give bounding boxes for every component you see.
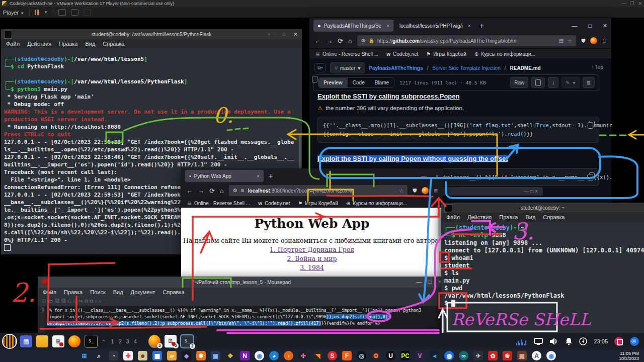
- raw-button[interactable]: Raw: [510, 77, 528, 88]
- vmware-minimize-button[interactable]: —: [621, 1, 626, 6]
- bookmark-courses[interactable]: ⊕Курсы по информаци...: [346, 201, 407, 206]
- f-orange-app-icon[interactable]: F: [342, 351, 352, 360]
- menu-view[interactable]: Вид: [85, 41, 95, 47]
- bookmark-games[interactable]: ⚑Игры Кодебай: [298, 201, 338, 206]
- tab-preview[interactable]: Preview: [318, 78, 348, 87]
- carrot-app-icon[interactable]: ◥: [313, 351, 323, 360]
- window-maximize-button[interactable]: □: [282, 31, 285, 37]
- branch-selector[interactable]: ⑂ master ▾: [330, 62, 365, 73]
- copy-code-icon[interactable]: [589, 172, 595, 179]
- copy-code-icon[interactable]: [589, 121, 595, 127]
- open-firefox-windows[interactable]: 2: [148, 335, 160, 348]
- window-maximize-button[interactable]: □: [588, 23, 592, 29]
- vmware-close-button[interactable]: ✕: [638, 1, 642, 6]
- blue-pin-app-icon[interactable]: ◍: [444, 351, 454, 360]
- workspace-switcher[interactable]: 1 2 3 4: [111, 338, 138, 344]
- terminal-titlebar[interactable]: student@codeby: /var/www/html/lesson5/Py…: [1, 29, 302, 39]
- edge-icon[interactable]: ◕: [269, 351, 279, 360]
- orange-gear-app-icon[interactable]: ✱: [196, 351, 206, 360]
- firefox-launcher[interactable]: [68, 335, 80, 347]
- book-link-3[interactable]: 3. 1984: [181, 264, 443, 272]
- vscode-icon[interactable]: ◄: [430, 351, 439, 360]
- red-gear2-app-icon[interactable]: ❀: [503, 351, 512, 360]
- start-button[interactable]: ⊞: [79, 351, 89, 360]
- bookmark-star-icon[interactable]: ☆: [399, 188, 404, 194]
- shield-icon[interactable]: 🛇: [233, 188, 237, 193]
- player-menu[interactable]: Player ▼: [3, 10, 24, 16]
- tray-app-icon[interactable]: [630, 337, 639, 346]
- display-icon[interactable]: [534, 338, 543, 345]
- obsidian-app-icon[interactable]: ◆: [182, 351, 191, 360]
- teal-app-icon[interactable]: ∞: [459, 351, 468, 360]
- volume-icon[interactable]: [549, 337, 558, 345]
- portrait-app-icon[interactable]: ☻: [138, 351, 147, 360]
- menu-file[interactable]: Файл: [446, 214, 460, 220]
- menu-help[interactable]: Справка: [103, 41, 124, 47]
- reload-button[interactable]: ⟳: [209, 187, 215, 195]
- terminal-output[interactable]: ┌──(student⊛codeby)-[~]└─$ nc -nvlp 9898…: [441, 222, 644, 333]
- chrome-icon[interactable]: ◉: [255, 351, 264, 360]
- terminal-titlebar[interactable]: student@codeby: ~: [441, 203, 644, 213]
- window-minimize-button[interactable]: —: [572, 23, 577, 29]
- window-close-button[interactable]: ×: [436, 173, 439, 179]
- breadcrumb-dir[interactable]: Server Side Template Injection: [432, 65, 500, 71]
- folder-launcher[interactable]: [36, 335, 48, 347]
- book-link-2[interactable]: 2. Война и мир: [181, 255, 443, 262]
- book-link-1[interactable]: 1. Портрет Дориана Грея: [181, 246, 443, 253]
- reader-mode-icon[interactable]: ▤: [559, 38, 564, 44]
- tab-code[interactable]: Code: [348, 78, 370, 87]
- blender-icon[interactable]: ❂: [371, 351, 381, 360]
- back-to-top-link[interactable]: ↑ Top: [591, 64, 603, 70]
- jet-app-icon[interactable]: ✈: [473, 351, 483, 360]
- chevron-up-icon[interactable]: ^: [103, 339, 105, 344]
- suspend-caret-icon[interactable]: ▼: [44, 10, 48, 15]
- vm-clock[interactable]: 23:05: [594, 338, 608, 344]
- readme-heading-popen-offset[interactable]: Exploit the SSTI by calling Popen withou…: [317, 155, 508, 162]
- menu-view[interactable]: Вид: [113, 289, 123, 295]
- terminal-launcher[interactable]: $_: [85, 335, 98, 348]
- menu-view[interactable]: Вид: [525, 214, 535, 220]
- davinci-resolve-icon[interactable]: ✣: [298, 351, 308, 360]
- toolbox-app-icon[interactable]: ▤: [517, 351, 527, 360]
- mousepad-launcher[interactable]: 🗎: [52, 335, 64, 347]
- gauge-app-icon[interactable]: ◔: [109, 351, 118, 360]
- power-manager-icon[interactable]: [579, 337, 587, 345]
- open-mousepad-windows[interactable]: 🗎 2: [165, 335, 177, 348]
- menu-file[interactable]: Файл: [43, 289, 56, 295]
- visual-studio-icon[interactable]: V: [415, 351, 425, 360]
- vmware-maximize-button[interactable]: ❐: [630, 1, 634, 6]
- camera-lens-app-icon[interactable]: ◎: [357, 351, 366, 360]
- yellow-arrows-app-icon[interactable]: ✥: [225, 351, 235, 360]
- red-gear-app-icon[interactable]: ✿: [488, 351, 498, 360]
- keepass-tray-icon[interactable]: [614, 337, 623, 346]
- bookmark-reverse-shell[interactable]: ☠Online - Reverse Shell ...: [315, 51, 378, 57]
- s-red-app-icon[interactable]: S: [328, 351, 337, 360]
- toolbar-icons[interactable]: 🗋 🗁 🖫 🖫 ⎌ ⎌ ✂ ⧉ ⧉ ⌕ ⌕: [42, 298, 102, 304]
- copy-raw-button[interactable]: [531, 77, 545, 88]
- menu-actions[interactable]: Действия: [27, 41, 51, 47]
- close-tab-icon[interactable]: ×: [468, 23, 471, 29]
- back-button[interactable]: ←: [314, 37, 321, 45]
- edit-button[interactable]: ✎ ▾: [561, 77, 579, 88]
- fullscreen-icon[interactable]: [71, 9, 78, 16]
- pycharm-icon[interactable]: PC: [400, 351, 410, 360]
- tab-python-web-app[interactable]: • Python Web App ×: [185, 170, 264, 182]
- bookmark-reverse-shell[interactable]: ☠Online - Reverse Shell ...: [187, 201, 250, 206]
- lock-icon[interactable]: 🔒: [369, 38, 374, 43]
- ctrl-alt-del-icon[interactable]: [58, 9, 66, 16]
- file-tree-icon[interactable]: ⧉•: [314, 63, 326, 72]
- extensions-shield-icon[interactable]: ⛊: [581, 38, 585, 44]
- tab-blame[interactable]: Blame: [370, 78, 394, 87]
- forward-button[interactable]: →: [198, 187, 204, 195]
- file-explorer-icon[interactable]: ▰: [167, 351, 177, 360]
- onenote-icon[interactable]: N: [240, 351, 250, 360]
- firefox-account-icon[interactable]: [422, 187, 429, 194]
- window-maximize-button[interactable]: □: [428, 279, 432, 285]
- menu-edit[interactable]: Правка: [499, 214, 518, 220]
- bookmark-games[interactable]: ⚑Игры Кодебай: [426, 51, 466, 57]
- windows-clock[interactable]: 11:05 PM 10/2/2023: [619, 351, 644, 361]
- menu-edit[interactable]: Правка: [64, 289, 83, 295]
- mousepad-titlebar[interactable]: *~/Рабочий стол/tmp_lesson_5 - Mousepad …: [38, 277, 445, 288]
- close-tab-icon[interactable]: ×: [386, 23, 389, 29]
- bookmark-codeby[interactable]: wCodeby.net: [386, 51, 418, 57]
